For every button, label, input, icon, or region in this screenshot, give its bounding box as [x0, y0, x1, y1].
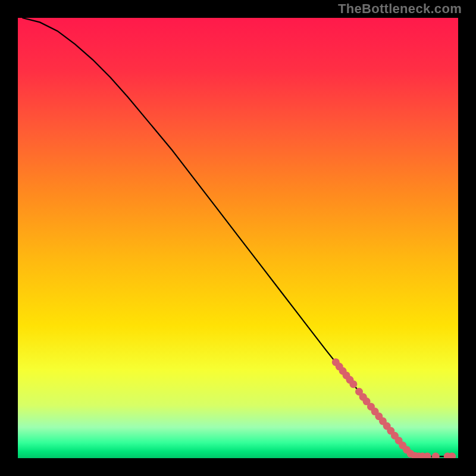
chart-svg [18, 18, 458, 458]
watermark-text: TheBottleneck.com [338, 1, 462, 17]
plot-area [18, 18, 458, 458]
gradient-background [18, 18, 458, 458]
data-point [349, 380, 357, 388]
chart-frame: TheBottleneck.com [0, 0, 476, 476]
